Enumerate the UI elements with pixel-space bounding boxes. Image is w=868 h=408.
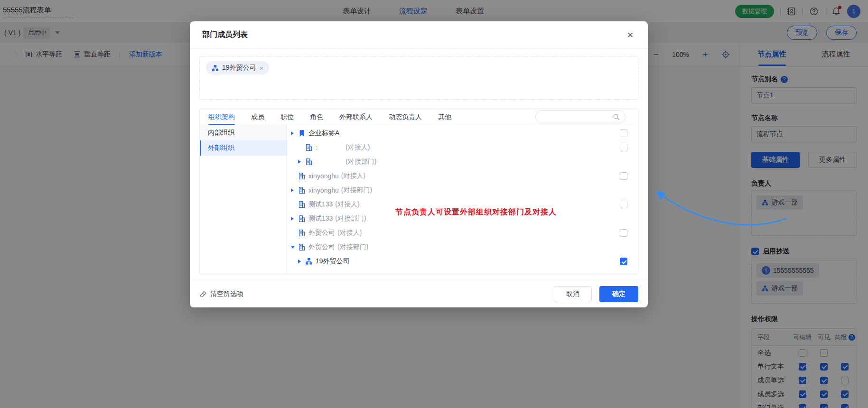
tree-item[interactable]: (对接部门)	[287, 155, 638, 169]
tree-item-label: 测试133	[308, 200, 333, 209]
external-org-item[interactable]: 外部组织	[200, 140, 287, 156]
tree-item[interactable]: 外贸公司 (对接部门)	[287, 240, 638, 254]
search-input[interactable]	[535, 110, 625, 123]
tree-item[interactable]: xinyonghu (对接部门)	[287, 183, 638, 197]
internal-org-item[interactable]: 内部组织	[200, 125, 287, 140]
tree-checkbox[interactable]	[620, 172, 627, 180]
org-tree: 企业标签A : (对接人) (对接部门)	[287, 125, 638, 274]
tab-roles[interactable]: 角色	[310, 109, 323, 125]
app-page: 55555流程表单 表单设计 流程设定 表单设置 数据管理 1 ( V1 ) 启…	[0, 0, 868, 408]
building-icon	[298, 186, 306, 194]
clear-selection-button[interactable]: 清空所选项	[199, 290, 243, 298]
tree-item[interactable]: : (对接人)	[287, 140, 638, 155]
org-icon	[305, 258, 313, 265]
building-icon	[298, 229, 306, 237]
tree-item-suffix: (对接人)	[341, 172, 365, 180]
tree-item-suffix: (对接人)	[335, 200, 359, 209]
tree-item-label: 外贸公司	[308, 243, 335, 251]
expand-placeholder	[291, 231, 298, 235]
expand-placeholder	[291, 174, 298, 178]
expand-placeholder	[291, 202, 298, 207]
tree-checkbox[interactable]	[620, 201, 627, 208]
tree-item-suffix: (对接部门)	[341, 186, 372, 195]
tree-checkbox[interactable]	[620, 229, 627, 237]
building-icon	[298, 201, 306, 208]
tab-positions[interactable]: 职位	[280, 109, 294, 125]
confirm-button[interactable]: 确定	[599, 286, 638, 302]
building-icon	[298, 172, 306, 180]
modal-title: 部门成员列表	[202, 30, 248, 40]
modal-header: 部门成员列表	[190, 21, 648, 49]
tree-item-label: 外贸公司	[308, 229, 335, 237]
expand-icon[interactable]	[291, 216, 298, 221]
tree-item[interactable]: xinyonghu (对接人)	[287, 169, 638, 183]
tree-checkbox[interactable]	[620, 130, 627, 137]
org-icon	[212, 65, 219, 72]
selected-tag-label: 19外贸公司	[222, 64, 256, 72]
picker-body: 内部组织 外部组织 企业标签A : (对接人)	[200, 125, 638, 274]
tree-item[interactable]: 19外贸公司	[287, 254, 638, 269]
expand-icon[interactable]	[291, 188, 298, 193]
tab-dynamic-owner[interactable]: 动态负责人	[389, 109, 422, 125]
cancel-button[interactable]: 取消	[554, 286, 592, 302]
tree-item[interactable]: 企业标签A	[287, 126, 638, 140]
tab-members[interactable]: 成员	[251, 109, 264, 125]
tab-org-structure[interactable]: 组织架构	[208, 109, 235, 125]
tree-item-suffix: (对接部门)	[337, 243, 368, 251]
tree-item-suffix: (对接人)	[337, 229, 362, 237]
search-icon	[613, 113, 620, 121]
building-icon	[305, 158, 313, 166]
selected-tag[interactable]: 19外贸公司	[206, 61, 269, 74]
tree-item-label: 测试133	[308, 214, 333, 223]
tree-item-suffix: (对接部门)	[345, 158, 376, 166]
tree-item[interactable]: 外贸公司 (对接人)	[287, 226, 638, 240]
remove-tag-icon[interactable]	[260, 65, 264, 72]
tree-item-label: 19外贸公司	[316, 257, 350, 266]
tree-item-suffix: (对接部门)	[335, 214, 366, 223]
close-icon[interactable]	[625, 30, 635, 40]
expand-icon[interactable]	[298, 259, 305, 264]
tree-item-label: :	[316, 144, 343, 151]
department-member-modal: 部门成员列表 19外贸公司 组织架构 成员 职位 角色 外部联系人 动态负责人 …	[190, 21, 648, 307]
picker-box: 组织架构 成员 职位 角色 外部联系人 动态负责人 其他 内部组织 外部组织	[199, 109, 638, 274]
building-icon	[305, 144, 313, 151]
tree-item-suffix: (对接人)	[345, 143, 370, 152]
building-icon	[298, 243, 306, 251]
bookmark-icon	[298, 130, 306, 137]
tab-others[interactable]: 其他	[438, 109, 451, 125]
picker-tabs: 组织架构 成员 职位 角色 外部联系人 动态负责人 其他	[200, 109, 638, 125]
expand-placeholder	[298, 145, 305, 150]
tree-item-label: 企业标签A	[308, 129, 339, 138]
eraser-icon	[199, 290, 207, 298]
clear-selection-label: 清空所选项	[210, 290, 243, 298]
tree-checkbox[interactable]	[620, 258, 627, 265]
building-icon	[298, 215, 306, 223]
selected-members-box[interactable]: 19外贸公司	[199, 56, 638, 100]
annotation-text: 节点负责人可设置外部组织对接部门及对接人	[395, 207, 557, 217]
modal-footer: 清空所选项 取消 确定	[190, 280, 648, 307]
expand-icon[interactable]	[298, 159, 305, 164]
tree-item-label: xinyonghu	[308, 172, 339, 180]
expand-icon[interactable]	[291, 131, 298, 136]
collapse-icon[interactable]	[291, 245, 298, 250]
footer-buttons: 取消 确定	[554, 286, 638, 302]
tree-item-label: xinyonghu	[308, 186, 339, 194]
tab-external-contacts[interactable]: 外部联系人	[339, 109, 373, 125]
tree-checkbox[interactable]	[620, 144, 627, 151]
org-type-panel: 内部组织 外部组织	[200, 125, 287, 274]
